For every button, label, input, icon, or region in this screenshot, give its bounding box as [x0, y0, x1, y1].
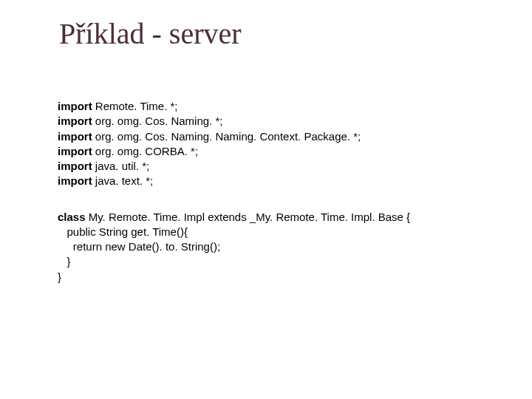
keyword: import [58, 145, 92, 157]
code-line: import org. omg. CORBA. *; [58, 144, 502, 159]
code-text: org. omg. CORBA. *; [92, 145, 198, 157]
code-line: import java. util. *; [58, 159, 502, 174]
slide-title: Příklad - server [59, 16, 242, 51]
code-line: import Remote. Time. *; [58, 99, 502, 114]
keyword: import [58, 160, 92, 172]
code-text: java. util. *; [92, 160, 150, 172]
keyword: import [58, 130, 92, 143]
code-text: My. Remote. Time. Impl extends _My. Remo… [86, 211, 411, 223]
code-line: import java. text. *; [58, 174, 502, 188]
code-line: return new Date(). to. String(); [58, 239, 502, 254]
code-text: org. omg. Cos. Naming. *; [92, 115, 223, 127]
code-line: class My. Remote. Time. Impl extends _My… [58, 210, 502, 225]
code-text: java. text. *; [92, 174, 154, 187]
code-text: public String get. Time(){ [58, 225, 188, 238]
keyword: import [58, 174, 92, 187]
code-line: import org. omg. Cos. Naming. *; [58, 114, 502, 129]
code-line: import org. omg. Cos. Naming. Naming. Co… [58, 129, 502, 144]
code-line: } [58, 270, 502, 284]
imports-block: import Remote. Time. *; import org. omg.… [58, 99, 502, 189]
keyword: class [58, 211, 86, 223]
code-text: return new Date(). to. String(); [58, 240, 220, 253]
code-text: } [58, 270, 61, 283]
code-text: Remote. Time. *; [92, 100, 178, 112]
code-line: } [58, 254, 502, 269]
slide-body: import Remote. Time. *; import org. omg.… [58, 99, 502, 305]
keyword: import [58, 115, 92, 127]
keyword: import [58, 100, 92, 112]
code-line: public String get. Time(){ [58, 225, 502, 239]
class-block: class My. Remote. Time. Impl extends _My… [58, 210, 502, 284]
slide: Příklad - server import Remote. Time. *;… [0, 0, 532, 399]
code-text: } [58, 255, 71, 267]
code-text: org. omg. Cos. Naming. Naming. Context. … [92, 130, 361, 143]
